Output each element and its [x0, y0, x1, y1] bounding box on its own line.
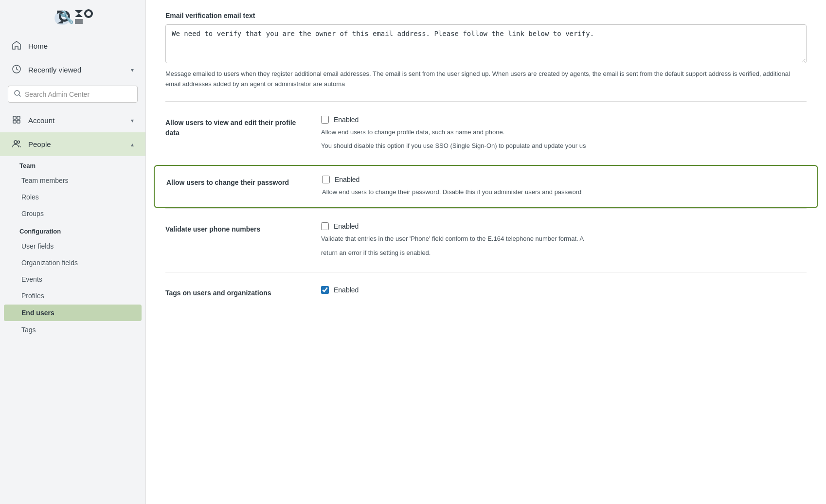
recently-viewed-label: Recently viewed	[28, 66, 124, 74]
svg-point-13	[18, 141, 20, 144]
validate-phone-row: Validate user phone numbers Enabled Vali…	[165, 222, 807, 258]
sidebar: 🔧 Home Recently viewed ▾	[0, 0, 146, 504]
zendesk-logo-icon: 🔧	[52, 6, 73, 28]
allow-change-password-checkbox-row: Enabled	[322, 176, 806, 183]
allow-change-password-section: Allow users to change their password Ena…	[154, 165, 818, 208]
home-label: Home	[28, 42, 134, 50]
tags-organizations-label: Tags on users and organizations	[165, 286, 302, 298]
home-icon	[12, 41, 21, 51]
tags-organizations-checkbox-label[interactable]: Enabled	[334, 286, 359, 294]
allow-change-password-desc: Allow end users to change their password…	[322, 187, 806, 198]
sidebar-item-user-fields[interactable]: User fields	[0, 238, 145, 254]
allow-view-edit-desc2: You should disable this option if you us…	[321, 141, 807, 151]
allow-view-edit-label: Allow users to view and edit their profi…	[165, 116, 302, 138]
tags-organizations-control: Enabled	[321, 286, 807, 298]
sidebar-item-tags[interactable]: Tags	[0, 322, 145, 338]
allow-view-edit-checkbox[interactable]	[321, 116, 329, 124]
account-icon	[12, 115, 21, 126]
tags-organizations-section: Tags on users and organizations Enabled	[165, 272, 807, 312]
allow-change-password-label: Allow users to change their password	[166, 176, 303, 188]
allow-view-edit-control: Enabled Allow end users to change profil…	[321, 116, 807, 152]
main-content: Email verification email text We need to…	[146, 0, 826, 504]
search-input[interactable]	[25, 90, 131, 98]
recently-viewed-chevron: ▾	[131, 67, 134, 73]
allow-view-edit-desc1: Allow end users to change profile data, …	[321, 127, 807, 138]
email-verification-description: Message emailed to users when they regis…	[165, 69, 807, 90]
validate-phone-control: Enabled Validate that entries in the use…	[321, 222, 807, 258]
clock-icon	[12, 65, 21, 75]
allow-change-password-checkbox-label[interactable]: Enabled	[335, 176, 359, 183]
svg-point-4	[86, 11, 91, 16]
allow-view-edit-section: Allow users to view and edit their profi…	[165, 102, 807, 165]
validate-phone-section: Validate user phone numbers Enabled Vali…	[165, 208, 807, 272]
zendesk-icon	[73, 6, 94, 28]
people-chevron: ▴	[131, 141, 134, 148]
sidebar-logo: 🔧	[0, 0, 145, 34]
allow-change-password-control: Enabled Allow end users to change their …	[322, 176, 806, 198]
search-icon	[14, 90, 21, 98]
sidebar-item-people[interactable]: People ▴	[0, 132, 145, 156]
svg-text:🔧: 🔧	[59, 10, 72, 25]
validate-phone-label: Validate user phone numbers	[165, 222, 302, 234]
config-section-label: Configuration	[0, 222, 145, 238]
allow-change-password-row: Allow users to change their password Ena…	[166, 176, 806, 198]
allow-change-password-checkbox[interactable]	[322, 176, 330, 183]
svg-rect-8	[13, 116, 16, 119]
content-inner: Email verification email text We need to…	[146, 0, 826, 331]
tags-organizations-checkbox[interactable]	[321, 286, 329, 294]
validate-phone-checkbox[interactable]	[321, 222, 329, 230]
email-verification-section: Email verification email text We need to…	[165, 0, 807, 102]
tags-organizations-checkbox-row: Enabled	[321, 286, 807, 294]
sidebar-item-events[interactable]: Events	[0, 271, 145, 288]
svg-marker-5	[75, 19, 83, 24]
account-chevron: ▾	[131, 117, 134, 124]
sidebar-item-recently-viewed[interactable]: Recently viewed ▾	[0, 58, 145, 82]
people-label: People	[28, 140, 124, 148]
account-label: Account	[28, 116, 124, 125]
sidebar-item-groups[interactable]: Groups	[0, 205, 145, 222]
tags-organizations-row: Tags on users and organizations Enabled	[165, 286, 807, 298]
validate-phone-desc1: Validate that entries in the user 'Phone…	[321, 234, 807, 244]
search-box	[8, 86, 138, 103]
validate-phone-desc2: return an error if this setting is enabl…	[321, 248, 807, 258]
svg-point-12	[14, 141, 17, 144]
validate-phone-checkbox-row: Enabled	[321, 222, 807, 230]
svg-rect-10	[13, 120, 16, 123]
sidebar-item-team-members[interactable]: Team members	[0, 172, 145, 189]
svg-rect-11	[17, 120, 20, 123]
email-textarea[interactable]: We need to verify that you are the owner…	[165, 24, 807, 63]
allow-view-edit-checkbox-row: Enabled	[321, 116, 807, 124]
sidebar-item-roles[interactable]: Roles	[0, 189, 145, 205]
sidebar-item-organization-fields[interactable]: Organization fields	[0, 254, 145, 271]
sidebar-item-account[interactable]: Account ▾	[0, 108, 145, 132]
email-verification-label: Email verification email text	[165, 12, 807, 19]
svg-rect-9	[17, 116, 20, 119]
allow-view-edit-checkbox-label[interactable]: Enabled	[334, 116, 359, 124]
team-section-label: Team	[0, 156, 145, 172]
sidebar-item-profiles[interactable]: Profiles	[0, 288, 145, 304]
sidebar-item-home[interactable]: Home	[0, 34, 145, 58]
sidebar-item-end-users[interactable]: End users	[4, 305, 142, 321]
validate-phone-checkbox-label[interactable]: Enabled	[334, 222, 359, 230]
search-container	[0, 82, 145, 107]
allow-view-edit-row: Allow users to view and edit their profi…	[165, 116, 807, 152]
people-icon	[12, 139, 21, 149]
